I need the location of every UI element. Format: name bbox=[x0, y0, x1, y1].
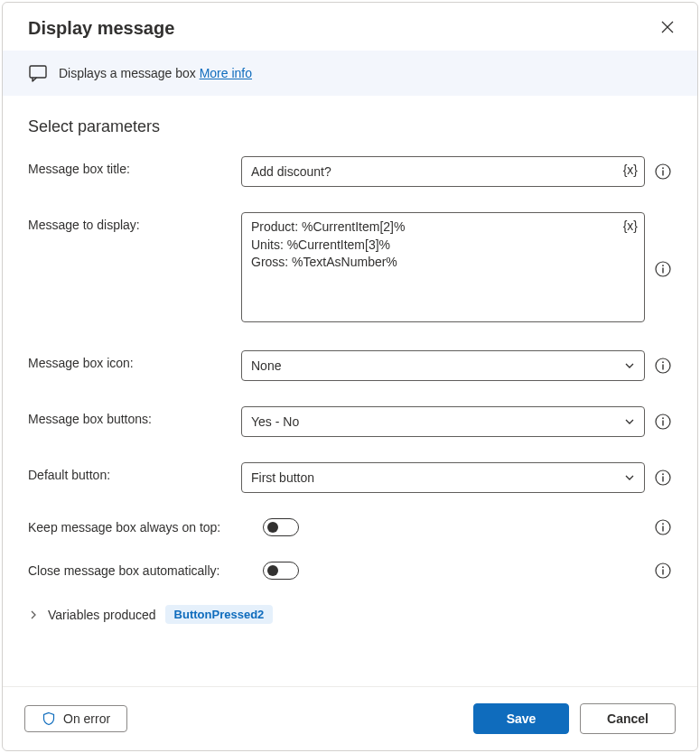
variable-chip[interactable]: ButtonPressed2 bbox=[165, 605, 274, 624]
toggle-always-on-top[interactable] bbox=[263, 518, 299, 536]
toggle-knob bbox=[267, 522, 278, 533]
dialog-header: Display message bbox=[3, 3, 697, 51]
label-message: Message to display: bbox=[28, 212, 241, 232]
section-title: Select parameters bbox=[28, 117, 672, 136]
message-box-icon bbox=[28, 63, 48, 83]
select-default-button[interactable]: First button bbox=[241, 462, 645, 493]
label-title: Message box title: bbox=[28, 156, 241, 176]
select-buttons-value: Yes - No bbox=[251, 414, 299, 429]
chevron-down-icon bbox=[624, 360, 635, 371]
info-bar-text: Displays a message box More info bbox=[59, 66, 252, 80]
select-icon[interactable]: None bbox=[241, 350, 645, 381]
more-info-link[interactable]: More info bbox=[200, 66, 252, 80]
row-always-on-top: Keep message box always on top: bbox=[28, 518, 672, 536]
toggle-auto-close[interactable] bbox=[263, 562, 299, 580]
info-icon[interactable] bbox=[654, 413, 672, 431]
info-icon[interactable] bbox=[654, 163, 672, 181]
info-icon[interactable] bbox=[654, 562, 672, 580]
label-buttons: Message box buttons: bbox=[28, 406, 241, 426]
input-title[interactable] bbox=[241, 156, 645, 187]
svg-rect-9 bbox=[662, 365, 663, 370]
svg-point-11 bbox=[662, 417, 664, 419]
row-buttons: Message box buttons: Yes - No bbox=[28, 406, 672, 437]
variable-token-button[interactable]: {x} bbox=[623, 163, 638, 177]
svg-point-8 bbox=[662, 361, 664, 363]
on-error-label: On error bbox=[63, 711, 110, 726]
close-button[interactable] bbox=[656, 15, 679, 42]
svg-point-20 bbox=[662, 566, 664, 568]
info-bar-desc: Displays a message box bbox=[59, 66, 200, 80]
label-auto-close: Close message box automatically: bbox=[28, 563, 263, 578]
select-default-button-value: First button bbox=[251, 470, 314, 485]
chevron-down-icon bbox=[624, 472, 635, 483]
svg-point-2 bbox=[662, 167, 664, 169]
svg-point-5 bbox=[662, 265, 664, 266]
svg-rect-12 bbox=[662, 421, 663, 426]
input-message[interactable] bbox=[241, 212, 645, 322]
on-error-button[interactable]: On error bbox=[24, 705, 127, 732]
svg-rect-6 bbox=[662, 267, 663, 273]
svg-rect-21 bbox=[662, 570, 663, 575]
svg-rect-18 bbox=[662, 526, 663, 532]
label-default-button: Default button: bbox=[28, 462, 241, 482]
cancel-button[interactable]: Cancel bbox=[580, 703, 676, 734]
label-icon: Message box icon: bbox=[28, 350, 241, 370]
variables-produced-row[interactable]: Variables produced ButtonPressed2 bbox=[28, 605, 672, 624]
svg-rect-15 bbox=[662, 477, 663, 482]
select-icon-value: None bbox=[251, 358, 281, 373]
dialog-content: Select parameters Message box title: {x}… bbox=[3, 96, 697, 686]
row-message: Message to display: {x} bbox=[28, 212, 672, 325]
select-buttons[interactable]: Yes - No bbox=[241, 406, 645, 437]
info-bar: Displays a message box More info bbox=[3, 51, 697, 96]
info-icon[interactable] bbox=[654, 260, 672, 278]
dialog-title: Display message bbox=[28, 18, 174, 39]
svg-point-14 bbox=[662, 473, 664, 475]
display-message-dialog: Display message Displays a message box M… bbox=[2, 2, 698, 751]
row-title: Message box title: {x} bbox=[28, 156, 672, 187]
shield-icon bbox=[42, 711, 56, 726]
row-default-button: Default button: First button bbox=[28, 462, 672, 493]
info-icon[interactable] bbox=[654, 518, 672, 536]
svg-point-17 bbox=[662, 523, 664, 525]
row-auto-close: Close message box automatically: bbox=[28, 562, 672, 580]
save-button[interactable]: Save bbox=[473, 703, 569, 734]
chevron-right-icon bbox=[28, 609, 39, 620]
label-always-on-top: Keep message box always on top: bbox=[28, 520, 263, 535]
toggle-knob bbox=[267, 565, 278, 576]
row-icon: Message box icon: None bbox=[28, 350, 672, 381]
dialog-footer: On error Save Cancel bbox=[3, 686, 697, 750]
variable-token-button[interactable]: {x} bbox=[623, 218, 638, 233]
close-icon bbox=[661, 21, 674, 33]
variables-produced-label: Variables produced bbox=[48, 608, 156, 622]
info-icon[interactable] bbox=[654, 357, 672, 375]
info-icon[interactable] bbox=[654, 469, 672, 487]
svg-rect-0 bbox=[30, 66, 46, 78]
chevron-down-icon bbox=[624, 416, 635, 427]
svg-rect-3 bbox=[662, 171, 663, 176]
